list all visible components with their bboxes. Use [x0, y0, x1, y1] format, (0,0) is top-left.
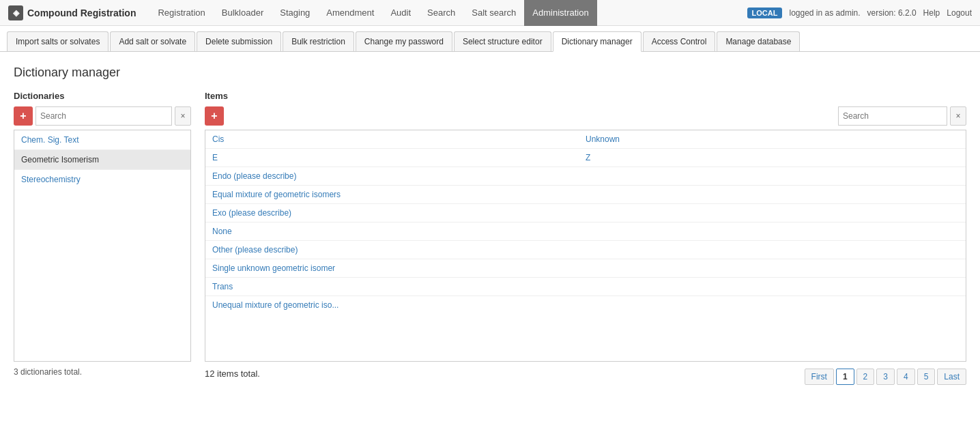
item-col1: E	[212, 153, 586, 162]
nav-link-audit[interactable]: Audit	[382, 0, 419, 26]
item-label: Single unknown geometric isomer	[212, 263, 959, 273]
dictionaries-header: Dictionaries	[14, 91, 191, 101]
nav-link-administration[interactable]: Administration	[524, 0, 596, 26]
tab-import-salts-or-solvates[interactable]: Import salts or solvates	[7, 31, 109, 51]
tab-manage-database[interactable]: Manage database	[717, 31, 800, 51]
dict-item[interactable]: Chem. Sig. Text	[14, 130, 190, 150]
item-label: Equal mixture of geometric isomers	[212, 190, 959, 199]
nav-link-search[interactable]: Search	[419, 0, 463, 26]
pagination: First12345Last	[805, 369, 966, 385]
dictionaries-clear-button[interactable]: ×	[175, 106, 191, 126]
items-table: CisUnknownEZEndo (please describe)Equal …	[205, 130, 966, 362]
item-col2: Z	[586, 153, 959, 162]
table-row[interactable]: Endo (please describe)	[205, 167, 966, 186]
tab-access-control[interactable]: Access Control	[643, 31, 716, 51]
items-search-input[interactable]	[838, 106, 947, 126]
logout-link[interactable]: Logout	[947, 8, 972, 18]
dict-item[interactable]: Stereochemistry	[14, 170, 190, 189]
dictionaries-footer: 3 dictionaries total.	[14, 367, 191, 377]
nav-link-staging[interactable]: Staging	[272, 0, 318, 26]
table-row[interactable]: Single unknown geometric isomer	[205, 259, 966, 278]
item-label: None	[212, 227, 959, 236]
tab-bulk-restriction[interactable]: Bulk restriction	[283, 31, 354, 51]
nav-link-amendment[interactable]: Amendment	[318, 0, 382, 26]
item-label: Exo (please describe)	[212, 208, 959, 218]
dictionaries-search-row: + ×	[14, 106, 191, 126]
table-row[interactable]: Exo (please describe)	[205, 204, 966, 222]
version-info: version: 6.2.0	[867, 8, 917, 18]
dict-item[interactable]: Geometric Isomerism	[14, 150, 190, 170]
pagination-page-5[interactable]: 5	[917, 369, 936, 385]
nav-link-salt-search[interactable]: Salt search	[463, 0, 524, 26]
items-footer: 12 items total. First12345Last	[205, 362, 966, 385]
tab-add-salt-or-solvate[interactable]: Add salt or solvate	[110, 31, 195, 51]
page-title: Dictionary manager	[14, 66, 966, 80]
tab-dictionary-manager[interactable]: Dictionary manager	[553, 31, 642, 52]
dictionaries-list: Chem. Sig. TextGeometric IsomerismStereo…	[14, 130, 191, 362]
table-row[interactable]: Trans	[205, 278, 966, 296]
nav-links: RegistrationBulkloaderStagingAmendmentAu…	[149, 0, 747, 26]
table-row[interactable]: None	[205, 222, 966, 241]
table-row[interactable]: Unequal mixture of geometric iso...	[205, 296, 966, 314]
items-search-row: + ×	[205, 106, 966, 126]
brand-icon: ◈	[8, 5, 23, 20]
pagination-last[interactable]: Last	[937, 369, 966, 385]
panels: Dictionaries + × Chem. Sig. TextGeometri…	[14, 91, 966, 385]
add-item-button[interactable]: +	[205, 106, 224, 126]
items-total: 12 items total.	[205, 369, 260, 379]
dictionaries-panel: Dictionaries + × Chem. Sig. TextGeometri…	[14, 91, 191, 377]
item-col1: Cis	[212, 134, 586, 144]
tab-delete-submission[interactable]: Delete submission	[197, 31, 281, 51]
main-content: Dictionary manager Dictionaries + × Chem…	[0, 52, 980, 399]
table-row[interactable]: CisUnknown	[205, 130, 966, 149]
pagination-page-3[interactable]: 3	[876, 369, 895, 385]
brand-link[interactable]: ◈ Compound Registration	[8, 5, 136, 20]
user-info: logged in as admin.	[789, 8, 860, 18]
navbar-right: LOCAL logged in as admin. version: 6.2.0…	[747, 8, 972, 18]
brand-label: Compound Registration	[27, 8, 136, 18]
table-row[interactable]: EZ	[205, 149, 966, 167]
tab-change-my-password[interactable]: Change my password	[356, 31, 452, 51]
items-panel: Items + × CisUnknownEZEndo (please descr…	[205, 91, 966, 385]
navbar: ◈ Compound Registration RegistrationBulk…	[0, 0, 980, 26]
help-link[interactable]: Help	[923, 8, 940, 18]
tab-select-structure-editor[interactable]: Select structure editor	[454, 31, 551, 51]
item-label: Trans	[212, 282, 959, 291]
items-search-inner: ×	[838, 106, 966, 126]
env-badge: LOCAL	[747, 8, 783, 18]
item-label: Endo (please describe)	[212, 171, 959, 181]
item-label: Unequal mixture of geometric iso...	[212, 300, 959, 310]
add-dictionary-button[interactable]: +	[14, 106, 33, 126]
item-col2: Unknown	[586, 134, 959, 144]
pagination-page-4[interactable]: 4	[897, 369, 915, 385]
dictionaries-search-input[interactable]	[35, 106, 172, 126]
tab-bar: Import salts or solvatesAdd salt or solv…	[0, 26, 980, 52]
pagination-page-1[interactable]: 1	[836, 369, 854, 385]
table-row[interactable]: Other (please describe)	[205, 241, 966, 259]
item-label: Other (please describe)	[212, 245, 959, 255]
table-row[interactable]: Equal mixture of geometric isomers	[205, 186, 966, 204]
items-header: Items	[205, 91, 966, 101]
pagination-first[interactable]: First	[805, 369, 834, 385]
items-clear-button[interactable]: ×	[950, 106, 966, 126]
pagination-page-2[interactable]: 2	[856, 369, 875, 385]
nav-link-registration[interactable]: Registration	[149, 0, 213, 26]
nav-link-bulkloader[interactable]: Bulkloader	[214, 0, 272, 26]
